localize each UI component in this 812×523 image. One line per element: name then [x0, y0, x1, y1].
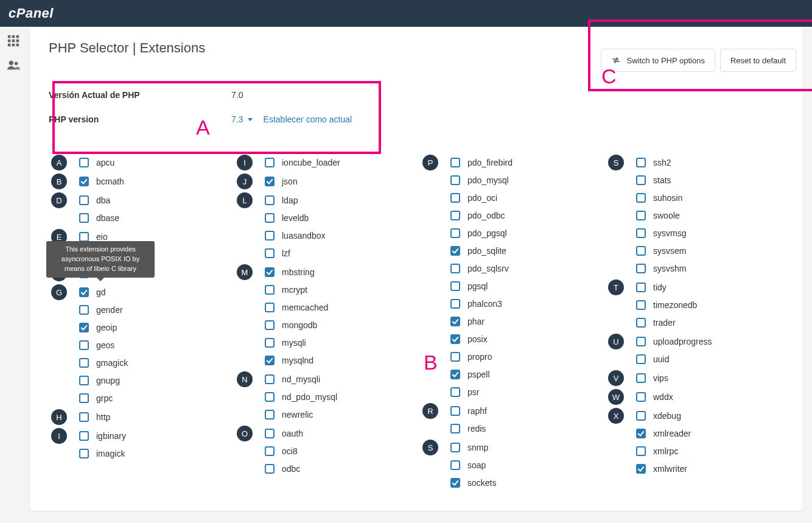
extension-label: imagick	[96, 449, 125, 458]
extension-checkbox-posix[interactable]	[450, 334, 460, 344]
extension-checkbox-newrelic[interactable]	[265, 410, 275, 419]
extension-pdo_mysql: pdo_mysql	[450, 171, 596, 189]
extension-checkbox-uploadprogress[interactable]	[636, 337, 646, 346]
extension-checkbox-gmagick[interactable]	[79, 358, 89, 368]
apps-icon[interactable]	[7, 34, 20, 47]
extension-http: http	[79, 408, 225, 426]
extension-checkbox-bcmath[interactable]	[79, 177, 89, 186]
extension-checkbox-mcrypt[interactable]	[265, 285, 275, 295]
extension-checkbox-eio[interactable]	[79, 232, 89, 242]
extension-checkbox-pdo_sqlite[interactable]	[450, 246, 460, 256]
extension-posix: posix	[450, 330, 596, 348]
extension-checkbox-mbstring[interactable]	[265, 267, 275, 277]
extension-checkbox-wddx[interactable]	[636, 392, 646, 402]
extension-checkbox-xmlrpc[interactable]	[636, 446, 646, 456]
extension-checkbox-mongodb[interactable]	[265, 320, 275, 330]
extension-checkbox-imagick[interactable]	[79, 449, 89, 458]
reset-to-default-button[interactable]: Reset to default	[720, 49, 796, 72]
extension-checkbox-odbc[interactable]	[265, 464, 275, 474]
extension-checkbox-timezonedb[interactable]	[636, 300, 646, 310]
extension-checkbox-ioncube_loader[interactable]	[265, 158, 275, 167]
group-letter: J	[237, 174, 253, 189]
extension-checkbox-pdo_oci[interactable]	[450, 193, 460, 203]
extension-mysqlnd: mysqlnd	[265, 351, 410, 369]
extension-checkbox-sockets[interactable]	[450, 478, 460, 488]
svg-rect-4	[12, 40, 15, 43]
extension-checkbox-snmp[interactable]	[450, 443, 460, 452]
extension-checkbox-oci8[interactable]	[265, 446, 275, 456]
extension-checkbox-gender[interactable]	[79, 305, 89, 315]
extension-checkbox-phalcon3[interactable]	[450, 299, 460, 309]
extension-ioncube_loader: ioncube_loader	[265, 153, 410, 171]
extension-checkbox-sysvmsg[interactable]	[636, 228, 646, 238]
extension-checkbox-gd[interactable]	[79, 287, 89, 297]
users-icon[interactable]	[7, 58, 20, 72]
extension-checkbox-raphf[interactable]	[450, 406, 460, 416]
extension-checkbox-stats[interactable]	[636, 175, 646, 185]
extension-checkbox-swoole[interactable]	[636, 211, 646, 220]
extension-checkbox-nd_mysqli[interactable]	[265, 374, 275, 384]
extension-checkbox-http[interactable]	[79, 412, 89, 422]
extension-checkbox-pgsql[interactable]	[450, 281, 460, 291]
extension-checkbox-pdo_sqlsrv[interactable]	[450, 264, 460, 273]
extension-checkbox-uuid[interactable]	[636, 354, 646, 364]
current-php-version-label: Versión Actual de PHP	[49, 90, 231, 100]
extension-checkbox-mysqli[interactable]	[265, 338, 275, 348]
extension-checkbox-sysvsem[interactable]	[636, 246, 646, 256]
extension-checkbox-oauth[interactable]	[265, 429, 275, 438]
extension-sysvsem: sysvsem	[636, 242, 782, 259]
extension-checkbox-xmlwriter[interactable]	[636, 464, 646, 474]
extension-checkbox-lzf[interactable]	[265, 248, 275, 258]
set-as-current-link[interactable]: Establecer como actual	[264, 114, 352, 124]
php-version-dropdown[interactable]: 7.3	[231, 114, 255, 124]
extension-checkbox-sysvshm[interactable]	[636, 264, 646, 273]
extension-pgsql: pgsql	[450, 277, 596, 295]
extension-checkbox-pdo_odbc[interactable]	[450, 211, 460, 220]
extension-checkbox-suhosin[interactable]	[636, 193, 646, 203]
extension-checkbox-phar[interactable]	[450, 317, 460, 326]
extension-group-r: Rraphfredis	[422, 402, 596, 437]
extension-label: mysqli	[282, 338, 306, 348]
extension-checkbox-propro[interactable]	[450, 352, 460, 362]
extension-checkbox-gnupg[interactable]	[79, 376, 89, 385]
extension-checkbox-ldap[interactable]	[265, 195, 275, 205]
extension-checkbox-pdo_firebird[interactable]	[450, 158, 460, 167]
extension-pdo_odbc: pdo_odbc	[450, 206, 596, 224]
extension-checkbox-geoip[interactable]	[79, 323, 89, 332]
extension-checkbox-pdo_pgsql[interactable]	[450, 228, 460, 238]
extension-checkbox-dba[interactable]	[79, 195, 89, 205]
extension-checkbox-nd_pdo_mysql[interactable]	[265, 392, 275, 402]
extension-checkbox-trader[interactable]	[636, 318, 646, 328]
extension-label: dba	[96, 195, 110, 205]
switch-to-php-options-button[interactable]: Switch to PHP options	[601, 49, 715, 72]
extension-label: swoole	[653, 211, 680, 220]
extension-label: pdo_sqlsrv	[467, 264, 509, 273]
extension-checkbox-json[interactable]	[265, 177, 275, 186]
chevron-down-icon	[248, 118, 253, 121]
extension-checkbox-vips[interactable]	[636, 373, 646, 383]
extension-checkbox-soap[interactable]	[450, 460, 460, 470]
extension-checkbox-apcu[interactable]	[79, 158, 89, 167]
extension-label: raphf	[467, 406, 487, 416]
extension-group-p: Ppdo_firebirdpdo_mysqlpdo_ocipdo_odbcpdo…	[422, 153, 596, 401]
extension-checkbox-pdo_mysql[interactable]	[450, 175, 460, 185]
extension-checkbox-memcached[interactable]	[265, 303, 275, 312]
extension-checkbox-leveldb[interactable]	[265, 213, 275, 223]
extension-geos: geos	[79, 336, 225, 354]
extension-checkbox-mysqlnd[interactable]	[265, 356, 275, 365]
extension-gnupg: gnupg	[79, 371, 225, 389]
extension-checkbox-psr[interactable]	[450, 387, 460, 397]
extension-checkbox-geos[interactable]	[79, 340, 89, 350]
extension-uploadprogress: uploadprogress	[636, 332, 782, 350]
extension-checkbox-pspell[interactable]	[450, 370, 460, 379]
extension-checkbox-luasandbox[interactable]	[265, 231, 275, 240]
extension-checkbox-dbase[interactable]	[79, 213, 89, 223]
extension-checkbox-xmlreader[interactable]	[636, 429, 646, 438]
extension-checkbox-ssh2[interactable]	[636, 158, 646, 167]
extension-checkbox-tidy[interactable]	[636, 283, 646, 292]
extension-checkbox-grpc[interactable]	[79, 393, 89, 403]
extension-checkbox-igbinary[interactable]	[79, 431, 89, 441]
extension-checkbox-xdebug[interactable]	[636, 411, 646, 421]
extension-checkbox-redis[interactable]	[450, 424, 460, 433]
extension-label: dbase	[96, 213, 119, 223]
